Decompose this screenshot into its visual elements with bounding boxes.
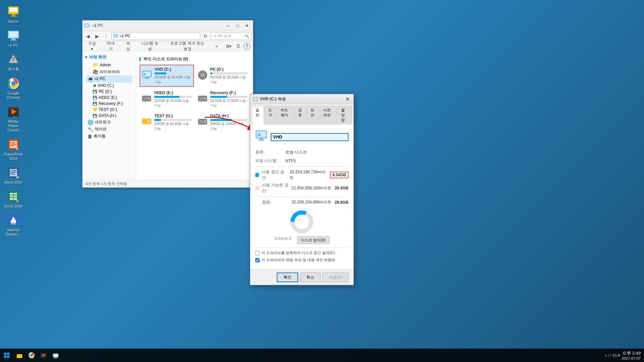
more-button[interactable]: »	[214, 43, 219, 50]
idm-icon	[7, 214, 20, 227]
maximize-button[interactable]: □	[233, 22, 242, 29]
forward-button[interactable]: ▶	[93, 33, 101, 40]
svg-rect-90	[4, 356, 6, 358]
desktop-icon-admin[interactable]: Admin	[2, 3, 25, 25]
sidebar-item-recycle[interactable]: 🗑 휴지통	[86, 133, 132, 140]
address-input[interactable]: 내 PC	[111, 33, 200, 40]
disk-cleanup-button[interactable]: 디스크 정리(D)	[297, 236, 329, 244]
tab-hardware[interactable]: 하드웨어	[277, 106, 293, 124]
desktop-icon-powerpoint[interactable]: P PowerPoint 2016	[2, 136, 25, 163]
drive-icon-test	[142, 116, 152, 129]
sidebar-item-vhd[interactable]: 🖥 VHD (C:)	[86, 82, 132, 88]
cancel-button[interactable]: 취소	[300, 273, 321, 282]
drive-item-hdd2[interactable]: HDD2 (E:) 103GB 중 33.6GB 사용 가능	[140, 88, 194, 110]
drive-name-recovery: Recovery (F:)	[210, 90, 248, 95]
tab-security[interactable]: 보안	[307, 106, 319, 124]
close-button[interactable]: ✕	[243, 22, 251, 29]
system-properties-button[interactable]: 시스템 속성	[139, 40, 161, 53]
properties-button[interactable]: 속성	[123, 40, 133, 53]
taskbar-clock-time: 오후 2:49	[622, 350, 641, 356]
eject-button[interactable]: 꺼내기	[104, 40, 118, 53]
drive-item-data[interactable]: DATA (H:) 598GB 중 243GB 사용 가능	[196, 112, 250, 133]
search-box[interactable]: 내 PC 검색 🔍	[211, 33, 251, 40]
taskbar-network[interactable]	[50, 349, 62, 362]
taskbar-chrome[interactable]	[25, 349, 38, 362]
total-bytes: 32,209,104,896바이트	[291, 199, 331, 205]
svg-rect-91	[7, 356, 9, 358]
svg-rect-26	[10, 145, 14, 146]
svg-rect-4	[11, 16, 16, 17]
admin-icon	[7, 5, 20, 18]
start-button[interactable]	[0, 349, 13, 362]
desktop-icon-chrome[interactable]: Google Chrome	[2, 75, 25, 102]
uninstall-button[interactable]: 프로그램 제거 또는 변경	[166, 40, 209, 53]
dialog-close-button[interactable]: ✕	[344, 96, 351, 102]
organize-button[interactable]: 구성 ▾	[85, 40, 99, 52]
sidebar-item-network[interactable]: 🌐 네트워크	[86, 119, 132, 126]
drive-icon-recovery	[198, 94, 208, 105]
desktop-icon-my-pc[interactable]: 내 PC	[2, 27, 25, 49]
sidebar-item-test[interactable]: 💛 TEST (G:)	[86, 107, 132, 113]
sidebar-item-control-panel[interactable]: 🔧 제어판	[86, 126, 132, 133]
total-space-row: 용량: 32,209,104,896바이트 29.9GB	[255, 199, 348, 205]
drive-bar-vhd	[155, 72, 166, 74]
desktop-icon-idm[interactable]: Internet Downlo...	[2, 212, 25, 238]
sidebar-item-pe[interactable]: 💾 PE (D:)	[86, 88, 132, 95]
svg-rect-74	[199, 121, 204, 121]
desktop-icon-recycle[interactable]: 휴지통	[2, 51, 25, 73]
svg-rect-32	[10, 174, 15, 174]
svg-rect-7	[11, 38, 15, 40]
tab-sharing[interactable]: 공유	[294, 106, 307, 124]
back-button[interactable]: ◀	[84, 33, 92, 40]
tab-tools[interactable]: 도구	[265, 106, 277, 124]
svg-rect-70	[143, 122, 147, 122]
taskbar-file-explorer[interactable]	[13, 349, 25, 362]
drive-bar-container-vhd	[155, 72, 192, 74]
drive-item-recovery[interactable]: Recovery (F:) 19.5GB 중 10.8GB 사용 가능	[196, 88, 250, 110]
drive-icon-pe	[198, 70, 208, 81]
sidebar-item-my-pc[interactable]: 💻 내 PC	[86, 75, 132, 82]
drive-info-vhd: VHD (C:) 29.9GB 중 20.4GB 사용 가능	[155, 67, 192, 84]
taskbar-time[interactable]: 오후 2:49 2017-07-07	[622, 350, 641, 360]
desktop-icon-media-player[interactable]: 321 Media Player Classic	[2, 103, 25, 134]
help-button[interactable]: ?	[244, 43, 250, 50]
sidebar-item-hdd2[interactable]: 💾 HDD2 (E:)	[86, 95, 132, 101]
excel-label: Excel 2016	[4, 204, 22, 208]
tab-quota[interactable]: 할당량	[337, 106, 352, 124]
index-checkbox[interactable]	[255, 258, 260, 262]
ok-button[interactable]: 확인	[277, 273, 298, 282]
sidebar-quick-access[interactable]: ▼ 바탕 화면	[83, 53, 136, 61]
drive-name-input[interactable]	[271, 133, 348, 141]
drive-item-vhd[interactable]: VHD (C:) 29.9GB 중 20.4GB 사용 가능	[140, 65, 194, 87]
idm-label: Internet Downlo...	[3, 228, 23, 237]
svg-rect-45	[85, 24, 89, 26]
desktop-icon-excel[interactable]: X Excel 2016	[2, 188, 25, 210]
view-icons-button[interactable]: ⊞▾	[224, 43, 233, 50]
tab-previous-versions[interactable]: 이전 버전	[320, 106, 337, 124]
taskbar-media[interactable]	[38, 349, 50, 362]
compress-checkbox[interactable]	[255, 251, 260, 255]
svg-rect-88	[4, 353, 6, 355]
view-details-button[interactable]: ☰	[235, 43, 242, 50]
up-button[interactable]: ↑	[102, 33, 110, 40]
tab-general[interactable]: 일반	[252, 106, 264, 124]
svg-rect-69	[143, 120, 148, 121]
sidebar-item-recovery[interactable]: 💾 Recovery (F:)	[86, 101, 132, 107]
free-bytes: 21,954,908,160바이트	[291, 185, 331, 191]
svg-rect-11	[12, 58, 14, 61]
drive-item-test[interactable]: TEST (G:) 100GB 중 82.4GB 사용 가능	[140, 112, 194, 133]
dialog-title: VHD (C:) 속성	[260, 96, 344, 102]
sidebar-item-data[interactable]: 💾 DATA (H:)	[86, 113, 132, 119]
desktop-icon-word[interactable]: W Word 2016	[2, 164, 25, 186]
drive-item-pe[interactable]: PE (D:) 60.0GB 중 56.5GB 사용 가능	[196, 65, 250, 87]
sidebar-item-admin[interactable]: 📁 Admin	[86, 62, 132, 68]
recycle-label: 휴지통	[8, 67, 19, 71]
powerpoint-label: PowerPoint 2016	[3, 152, 23, 161]
donut-legend: 드라이브 C: 디스크 정리(D)	[274, 236, 329, 244]
apply-button[interactable]: 적용(A)	[322, 273, 348, 282]
svg-rect-42	[11, 222, 16, 223]
minimize-button[interactable]: ─	[224, 22, 232, 29]
sidebar-item-library[interactable]: 📚 라이브러리	[86, 68, 132, 75]
svg-text:321: 321	[13, 115, 16, 117]
refresh-button[interactable]: ↻	[202, 33, 209, 40]
